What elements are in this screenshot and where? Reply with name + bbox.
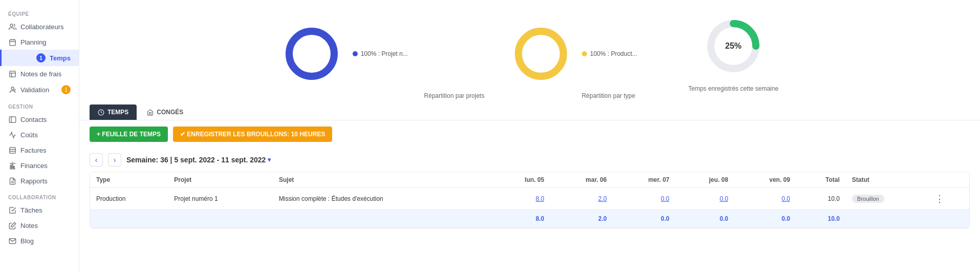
blog-icon (8, 237, 16, 245)
week-label: Semaine: 36 | 5 sept. 2022 - 11 sept. 20… (126, 156, 271, 164)
section-collaboration-title: COLLABORATION (0, 189, 79, 202)
invoice-icon (8, 146, 16, 154)
chart-projets: 100% : Projet n... (281, 23, 408, 85)
sidebar-label-taches: Tâches (20, 206, 42, 214)
svg-point-24 (518, 31, 563, 76)
mar-val[interactable]: 2.0 (598, 195, 607, 202)
sidebar-label-collaborateurs: Collaborateurs (20, 23, 64, 31)
legend-label-projets: 100% : Projet n... (361, 50, 408, 57)
sidebar-label-finances: Finances (20, 162, 48, 170)
svg-rect-15 (10, 165, 11, 168)
donut-projets-legend: 100% : Projet n... (353, 50, 408, 57)
col-actions (929, 172, 969, 188)
legend-label-type: 100% : Product... (590, 50, 637, 57)
sidebar-item-contacts[interactable]: Contacts (0, 112, 79, 127)
col-lun: lun. 05 (491, 172, 550, 188)
sidebar-label-factures: Factures (20, 147, 47, 154)
col-sujet: Sujet (273, 172, 491, 188)
table-header-row: Type Projet Sujet lun. 05 mar. 06 mer. 0… (90, 172, 969, 188)
sidebar-item-notes-de-frais[interactable]: Notes de frais (0, 66, 79, 81)
totals-jeu: 0.0 (676, 210, 734, 228)
sidebar-item-factures[interactable]: Factures (0, 142, 79, 158)
svg-point-0 (10, 24, 13, 26)
cell-jeu: 0.0 (676, 188, 734, 210)
sidebar-item-planning[interactable]: Planning (0, 34, 79, 50)
cell-sujet: Mission complète : Études d'exécution (273, 188, 491, 210)
chart-labels-row: Répartition par projets Répartition par … (79, 92, 980, 99)
totals-total: 10.0 (796, 210, 846, 228)
totals-mar: 2.0 (550, 210, 613, 228)
sidebar-item-temps[interactable]: 1 Temps (0, 50, 79, 66)
next-week-button[interactable]: › (108, 153, 121, 166)
legend-dot-projets (353, 51, 358, 56)
save-drafts-button[interactable]: ✔ ENREGISTRER LES BROUILLONS: 10 HEURES (173, 127, 332, 142)
timesheet-table: Type Projet Sujet lun. 05 mar. 06 mer. 0… (90, 172, 969, 228)
status-badge: Brouillon (852, 195, 884, 203)
chart-type-bottom-label: Répartition par type (582, 92, 636, 99)
table-row: Production Projet numéro 1 Mission compl… (90, 188, 969, 210)
totals-ven: 0.0 (734, 210, 796, 228)
sidebar-label-contacts: Contacts (20, 116, 47, 123)
tasks-icon (8, 206, 16, 214)
contacts-icon (8, 115, 16, 123)
sidebar-item-blog[interactable]: Blog (0, 233, 79, 248)
totals-empty-menu (929, 210, 969, 228)
tab-temps-label: TEMPS (107, 109, 128, 116)
svg-marker-20 (11, 222, 16, 227)
lun-val[interactable]: 8.0 (536, 195, 545, 202)
svg-rect-17 (13, 166, 14, 168)
totals-mer: 0.0 (613, 210, 676, 228)
totals-empty-type (90, 210, 168, 228)
sidebar-label-validation: Validation (20, 86, 49, 94)
cell-statut: Brouillon (846, 188, 929, 210)
cell-mar: 2.0 (550, 188, 613, 210)
prev-week-button[interactable]: ‹ (90, 153, 103, 166)
tabs-area: TEMPS CONGÉS (79, 104, 980, 120)
legend-dot-type (582, 51, 587, 56)
ven-val[interactable]: 0.0 (781, 195, 790, 202)
sidebar-item-validation[interactable]: Validation 1 (0, 81, 79, 98)
sidebar-item-couts[interactable]: Coûts (0, 127, 79, 142)
chart-semaine: 25% Temps enregistrés cette semaine (688, 15, 778, 92)
sidebar: ÉQUIPE Collaborateurs Planning 1 Temps N… (0, 0, 79, 272)
row-menu-button[interactable]: ⋮ (935, 193, 963, 204)
week-dropdown-arrow[interactable]: ▾ (268, 156, 271, 163)
donut-semaine: 25% (703, 15, 764, 77)
sidebar-item-taches[interactable]: Tâches (0, 202, 79, 218)
mer-val[interactable]: 0.0 (661, 195, 669, 202)
donut-type-legend: 100% : Product... (582, 50, 637, 57)
svg-rect-1 (9, 39, 15, 45)
totals-empty-projet (168, 210, 273, 228)
file-icon (8, 70, 16, 78)
col-total: Total (796, 172, 846, 188)
totals-empty-sujet (273, 210, 491, 228)
sidebar-label-rapports: Rapports (20, 177, 48, 185)
donut-semaine-center: 25% (725, 41, 742, 51)
tab-conges-label: CONGÉS (157, 109, 183, 116)
tab-temps[interactable]: TEMPS (90, 104, 137, 120)
svg-point-22 (289, 31, 334, 76)
cell-menu: ⋮ (929, 188, 969, 210)
jeu-val[interactable]: 0.0 (720, 195, 728, 202)
sidebar-label-planning: Planning (20, 38, 47, 46)
col-mar: mar. 06 (550, 172, 613, 188)
totals-lun: 8.0 (491, 210, 550, 228)
col-projet: Projet (168, 172, 273, 188)
add-timesheet-button[interactable]: + FEUILLE DE TEMPS (90, 127, 168, 142)
sidebar-label-notes: Notes (20, 222, 38, 229)
donut-type (510, 23, 572, 85)
cell-projet: Projet numéro 1 (168, 188, 273, 210)
sidebar-item-notes[interactable]: Notes (0, 218, 79, 233)
sidebar-label-couts: Coûts (20, 131, 38, 139)
tab-conges[interactable]: CONGÉS (139, 104, 191, 120)
sidebar-item-rapports[interactable]: Rapports (0, 173, 79, 189)
table-totals-row: 8.0 2.0 0.0 0.0 0.0 10.0 (90, 210, 969, 228)
svg-rect-9 (9, 116, 16, 122)
temps-badge: 1 (36, 53, 46, 62)
sidebar-item-finances[interactable]: Finances (0, 158, 79, 173)
sidebar-label-notes-de-frais: Notes de frais (20, 70, 61, 78)
bank-icon (8, 161, 16, 170)
cell-ven: 0.0 (734, 188, 796, 210)
sidebar-item-collaborateurs[interactable]: Collaborateurs (0, 19, 79, 34)
actions-area: + FEUILLE DE TEMPS ✔ ENREGISTRER LES BRO… (79, 120, 980, 148)
